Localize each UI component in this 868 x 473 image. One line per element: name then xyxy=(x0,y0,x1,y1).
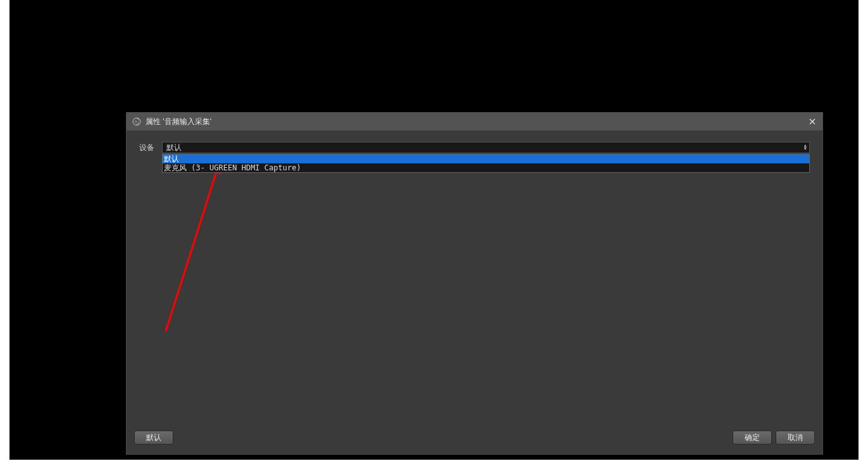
select-updown-icon: ▲▼ xyxy=(804,144,807,151)
obs-icon xyxy=(132,117,142,127)
dialog-title: 属性 '音频输入采集' xyxy=(146,117,211,127)
device-select-value: 默认 xyxy=(166,142,182,153)
dialog-content: 设备 默认 ▲▼ 默认 麦克风 (3- UGREEN HDMI Capture) xyxy=(127,130,822,427)
dialog-footer: 默认 确定 取消 xyxy=(127,427,822,454)
cancel-button[interactable]: 取消 xyxy=(776,431,815,445)
close-button[interactable] xyxy=(806,115,819,128)
device-select[interactable]: 默认 ▲▼ 默认 麦克风 (3- UGREEN HDMI Capture) xyxy=(162,142,810,153)
svg-line-2 xyxy=(166,162,220,331)
device-field-row: 设备 默认 ▲▼ 默认 麦克风 (3- UGREEN HDMI Capture) xyxy=(139,142,810,153)
annotation-arrow xyxy=(153,157,229,334)
device-label: 设备 xyxy=(139,142,157,153)
properties-dialog: 属性 '音频输入采集' 设备 默认 ▲▼ 默认 麦克风 (3- UGREEN H… xyxy=(126,112,823,455)
defaults-button[interactable]: 默认 xyxy=(134,431,173,445)
ok-button[interactable]: 确定 xyxy=(733,431,772,445)
device-dropdown: 默认 麦克风 (3- UGREEN HDMI Capture) xyxy=(162,154,810,173)
dropdown-option-mic[interactable]: 麦克风 (3- UGREEN HDMI Capture) xyxy=(163,163,809,172)
titlebar[interactable]: 属性 '音频输入采集' xyxy=(127,113,822,130)
dropdown-option-default[interactable]: 默认 xyxy=(163,155,809,163)
